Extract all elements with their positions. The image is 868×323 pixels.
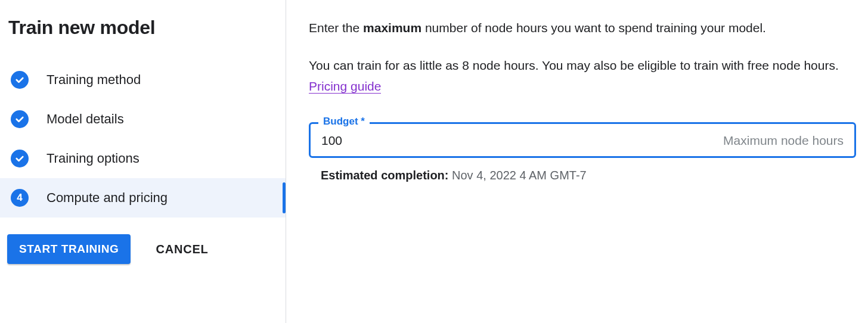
step-model-details[interactable]: Model details: [8, 100, 286, 139]
step-list: Training method Model details Training o…: [8, 60, 286, 218]
cancel-button[interactable]: CANCEL: [156, 243, 208, 256]
step-training-method[interactable]: Training method: [8, 60, 286, 100]
main-panel: Enter the maximum number of node hours y…: [286, 0, 868, 323]
intro-emphasis: maximum: [363, 21, 421, 35]
step-label: Model details: [46, 111, 124, 127]
budget-input[interactable]: [321, 133, 582, 148]
budget-suffix: Maximum node hours: [723, 133, 844, 148]
budget-field[interactable]: Maximum node hours: [309, 122, 856, 158]
check-icon: [11, 150, 29, 167]
intro-post: number of node hours you want to spend t…: [421, 21, 766, 35]
start-training-button[interactable]: START TRAINING: [7, 234, 131, 264]
step-training-options[interactable]: Training options: [8, 139, 286, 178]
step-label: Training options: [46, 151, 140, 166]
step-number-icon: 4: [11, 189, 29, 207]
step-label: Compute and pricing: [46, 190, 168, 206]
step-compute-pricing[interactable]: 4 Compute and pricing: [0, 178, 286, 218]
check-icon: [11, 110, 29, 128]
description-text: You can train for as little as 8 node ho…: [309, 55, 856, 97]
page-title: Train new model: [8, 17, 286, 39]
budget-field-wrapper: Budget * Maximum node hours: [309, 122, 856, 158]
wizard-sidebar: Train new model Training method Model de…: [0, 0, 286, 323]
intro-text: Enter the maximum number of node hours y…: [309, 18, 856, 38]
wizard-buttons: START TRAINING CANCEL: [7, 234, 286, 264]
intro-pre: Enter the: [309, 21, 363, 35]
check-icon: [11, 71, 29, 89]
estimated-completion: Estimated completion: Nov 4, 2022 4 AM G…: [321, 169, 856, 182]
step-label: Training method: [46, 72, 141, 88]
para2-text: You can train for as little as 8 node ho…: [309, 58, 839, 72]
budget-label: Budget *: [318, 116, 370, 128]
pricing-guide-link[interactable]: Pricing guide: [309, 79, 381, 94]
est-label: Estimated completion:: [321, 169, 448, 182]
est-value: Nov 4, 2022 4 AM GMT-7: [452, 169, 587, 182]
